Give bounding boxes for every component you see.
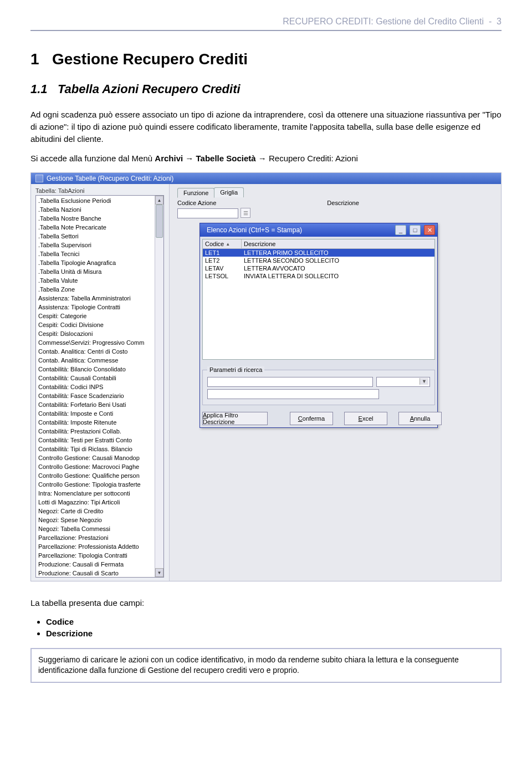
bullet-descrizione: Descrizione xyxy=(46,629,502,638)
list-item[interactable]: Contab. Analitica: Centri di Costo xyxy=(36,347,163,356)
excel-button[interactable]: Excel xyxy=(344,412,387,425)
list-item[interactable]: Controllo Gestione: Qualifiche person xyxy=(36,471,163,480)
list-item[interactable]: Cespiti: Dislocazioni xyxy=(36,329,163,338)
cell-codice: LETSOL xyxy=(203,272,242,280)
list-item[interactable]: Produzione: Causali di Fermata xyxy=(36,560,163,569)
list-item[interactable]: Assistenza: Tipologie Contratti xyxy=(36,303,163,312)
conferma-button[interactable]: Conferma xyxy=(290,412,333,425)
list-item[interactable]: Parcellazione: Prestazioni xyxy=(36,533,163,542)
table-row[interactable]: LETAVLETTERA AVVOCATO xyxy=(203,264,434,272)
field-bullets: Codice Descrizione xyxy=(30,617,502,638)
list-item[interactable]: Cespiti: Categorie xyxy=(36,312,163,320)
minimize-button[interactable]: _ xyxy=(395,225,406,235)
table-listbox[interactable]: .Tabella Esclusione Periodi.Tabella Nazi… xyxy=(35,195,164,578)
annulla-button[interactable]: Annulla xyxy=(398,412,442,425)
list-item[interactable]: Lotti di Magazzino: Tipi Articoli xyxy=(36,498,163,507)
listbox-scrollbar[interactable]: ▲ ▼ xyxy=(155,196,163,577)
list-item[interactable]: Parcellazione: Tipologia Contratti xyxy=(36,551,163,560)
list-item[interactable]: Contabilità: Bilancio Consolidato xyxy=(36,365,163,374)
list-item[interactable]: .Tabella Note Precaricate xyxy=(36,223,163,232)
grid-header-descrizione[interactable]: Descrizione xyxy=(242,239,434,248)
list-item[interactable]: .Tabella Esclusione Periodi xyxy=(36,196,163,205)
cell-descrizione: LETTERA PRIMO SOLLECITO xyxy=(242,249,434,257)
close-button[interactable]: ✕ xyxy=(424,225,435,235)
tab-funzione[interactable]: Funzione xyxy=(177,188,214,198)
applica-filtro-button[interactable]: Applica Filtro Descrizione xyxy=(202,412,268,425)
table-row[interactable]: LETSOLINVIATA LETTERA DI SOLLECITO xyxy=(203,272,434,280)
grid-body[interactable]: LET1LETTERA PRIMO SOLLECITOLET2LETTERA S… xyxy=(202,249,435,360)
list-item[interactable]: Controllo Gestione: Macrovoci Paghe xyxy=(36,462,163,471)
scroll-up-icon[interactable]: ▲ xyxy=(155,196,163,205)
label-codice-azione: Codice Azione xyxy=(177,200,216,206)
section-1-heading: 1 Gestione Recupero Crediti xyxy=(30,50,502,68)
header-title: RECUPERO CREDITI: Gestione del Credito C… xyxy=(283,17,484,26)
parametri-legend: Parametri di ricerca xyxy=(207,366,264,373)
list-item[interactable]: Contabilità: Forfetario Beni Usati xyxy=(36,400,163,409)
list-item[interactable]: Contabilità: Tipi di Riclass. Bilancio xyxy=(36,445,163,453)
list-item[interactable]: .Tabella Unità di Misura xyxy=(36,267,163,276)
codice-azione-input[interactable] xyxy=(177,208,238,218)
panel-legend: Tabella: TabAzioni xyxy=(35,187,167,194)
list-item[interactable]: Commesse\Servizi: Progressivo Comm xyxy=(36,338,163,347)
list-item[interactable]: .Tabella Nostre Banche xyxy=(36,214,163,223)
tip-box: Suggeriamo di caricare le azioni con un … xyxy=(30,648,502,683)
header-pagenum: 3 xyxy=(497,17,502,26)
cell-codice: LET2 xyxy=(203,257,242,264)
list-item[interactable]: .Tabella Zone xyxy=(36,285,163,294)
list-item[interactable]: Contabilità: Imposte e Conti xyxy=(36,409,163,418)
screenshot-gestione-tabelle: Gestione Tabelle (Recupero Crediti: Azio… xyxy=(30,172,502,581)
table-row[interactable]: LET2LETTERA SECONDO SOLLECITO xyxy=(203,257,434,264)
scroll-thumb[interactable] xyxy=(156,205,163,238)
list-item[interactable]: Assistenza: Tabella Amministratori xyxy=(36,294,163,303)
list-item[interactable]: Controllo Gestione: Tipologia trasferte xyxy=(36,480,163,489)
list-item[interactable]: .Tabella Nazioni xyxy=(36,205,163,214)
list-item[interactable]: Intra: Nomenclature per sottoconti xyxy=(36,489,163,498)
list-item[interactable]: Controllo Gestione: Causali Manodop xyxy=(36,453,163,462)
cell-descrizione: INVIATA LETTERA DI SOLLECITO xyxy=(242,272,434,280)
list-item[interactable]: Contabilità: Imposte Ritenute xyxy=(36,418,163,427)
list-item[interactable]: Contab. Analitica: Commesse xyxy=(36,356,163,365)
list-item[interactable]: Contabilità: Codici INPS xyxy=(36,382,163,391)
list-item[interactable]: .Tabella Valute xyxy=(36,276,163,285)
list-item[interactable]: Cespiti: Codici Divisione xyxy=(36,320,163,329)
grid-header: Codice ▲ Descrizione xyxy=(202,239,435,249)
paragraph-2: Si accede alla funzione dal Menù Archivi… xyxy=(30,152,502,165)
list-item[interactable]: Contabilità: Fasce Scadenziario xyxy=(36,391,163,400)
list-item[interactable]: .Tabella Settori xyxy=(36,232,163,241)
parametri-ricerca-fieldset: Parametri di ricerca xyxy=(202,370,435,405)
list-item[interactable]: Contabilità: Causali Contabili xyxy=(36,374,163,382)
left-panel: Tabella: TabAzioni .Tabella Esclusione P… xyxy=(31,184,170,581)
window-titlebar[interactable]: Gestione Tabelle (Recupero Crediti: Azio… xyxy=(31,173,501,184)
lookup-icon[interactable]: ☰ xyxy=(241,208,250,218)
dialog-titlebar[interactable]: Elenco Azioni (Ctrl+S = Stampa) _ □ ✕ xyxy=(200,223,437,237)
maximize-button[interactable]: □ xyxy=(410,225,421,235)
document-running-header: RECUPERO CREDITI: Gestione del Credito C… xyxy=(30,17,502,27)
scroll-down-icon[interactable]: ▼ xyxy=(155,568,163,577)
right-panel: Funzione Griglia Codice Azione Descrizio… xyxy=(170,184,501,581)
bullet-codice: Codice xyxy=(46,617,502,626)
filter-select[interactable] xyxy=(376,377,430,387)
post-intro: La tabella presenta due campi: xyxy=(30,597,502,609)
filter-input-2[interactable] xyxy=(207,389,379,399)
table-row[interactable]: LET1LETTERA PRIMO SOLLECITO xyxy=(203,249,434,257)
cell-codice: LET1 xyxy=(203,249,242,257)
list-item[interactable]: .Tabella Tecnici xyxy=(36,249,163,258)
list-item[interactable]: Contabilità: Prestazioni Collab. xyxy=(36,427,163,436)
list-item[interactable]: Negozi: Carte di Credito xyxy=(36,507,163,515)
cell-descrizione: LETTERA AVVOCATO xyxy=(242,264,434,272)
list-item[interactable]: Produzione: Causali di Scarto xyxy=(36,569,163,578)
list-item[interactable]: Parcellazione: Professionista Addetto xyxy=(36,542,163,551)
list-item[interactable]: .Tabella Supervisori xyxy=(36,241,163,249)
tab-griglia[interactable]: Griglia xyxy=(214,187,244,197)
tabs: Funzione Griglia xyxy=(177,187,495,197)
list-item[interactable]: Negozi: Tabella Commessi xyxy=(36,524,163,533)
sort-asc-icon: ▲ xyxy=(226,242,230,247)
list-item[interactable]: Negozi: Spese Negozio xyxy=(36,515,163,524)
section-1-1-heading: 1.1 Tabella Azioni Recupero Crediti xyxy=(30,82,502,96)
cell-codice: LETAV xyxy=(203,264,242,272)
label-descrizione: Descrizione xyxy=(327,200,359,206)
list-item[interactable]: .Tabella Tipologie Anagrafica xyxy=(36,258,163,267)
filter-input-1[interactable] xyxy=(207,377,373,387)
list-item[interactable]: Contabilità: Testi per Estratti Conto xyxy=(36,436,163,445)
grid-header-codice[interactable]: Codice ▲ xyxy=(203,239,242,248)
